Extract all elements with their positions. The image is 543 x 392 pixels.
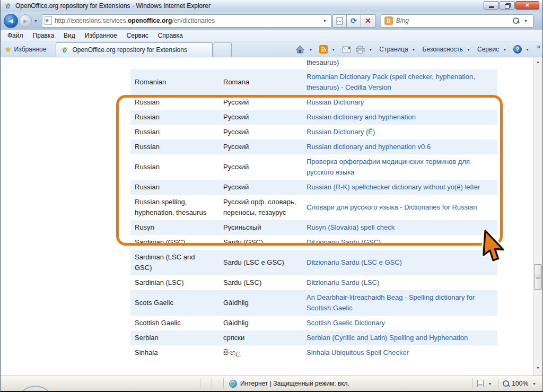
table-row: Sardinian (GSC) Sardu (GSC) Ditzionariu … (130, 235, 497, 250)
dictionary-link[interactable]: Ditzionariu Sardu (LSC e GSC) (306, 258, 402, 266)
toolbar-overflow-chevron[interactable]: » (537, 43, 540, 50)
scrollbar-thumb[interactable] (534, 264, 542, 290)
dictionary-link[interactable]: Russian dictionary and hyphenation v0.6 (306, 143, 431, 151)
language-native-cell: Sardu (GSC) (219, 235, 302, 250)
search-dropdown-icon[interactable]: ▼ (524, 19, 528, 23)
zoom-control[interactable]: 100% ▼ (498, 378, 542, 389)
dictionary-link[interactable]: Scottish Gaelic Dictionary (306, 319, 385, 327)
search-icon[interactable] (513, 18, 520, 24)
statusbar-right: ▼ 100% ▼ (472, 378, 542, 389)
table-row: Russian Русский Russian dictionary and h… (130, 140, 497, 154)
print-button[interactable]: ▼ (354, 45, 376, 55)
compatibility-icon (336, 17, 343, 25)
dictionaries-table: thesaurus) Romanian Romana Romanian Dict… (130, 57, 497, 360)
menu-edit[interactable]: Правка (28, 30, 59, 41)
favorites-label: Избранное (14, 46, 47, 53)
table-row: Scottish Gaelic Gàidhlig Scottish Gaelic… (130, 316, 497, 330)
help-button[interactable]: ? ▼ (512, 44, 533, 55)
dictionary-link[interactable]: Ditzionariu Sardu (LSC) (306, 278, 379, 286)
history-dropdown-icon[interactable]: ▼ (34, 19, 38, 23)
window-title: OpenOffice.org repository for Extensions… (15, 2, 211, 10)
refresh-button[interactable]: ⟳ (347, 14, 361, 28)
feeds-dropdown-icon[interactable]: ▼ (331, 48, 335, 51)
dictionary-link[interactable]: Russian dictionary and hyphenation (306, 113, 416, 121)
dictionary-link[interactable]: Rusyn (Slovakia) spell check (306, 223, 395, 231)
table-row: Russian Русский Russian (R-K) spellcheck… (130, 180, 497, 195)
feeds-button[interactable]: ▼ (318, 44, 339, 55)
forward-button[interactable]: ▶ (19, 14, 32, 27)
safety-menu-button[interactable]: Безопасность ▼ (421, 45, 474, 54)
statusbar-separator (212, 378, 224, 389)
printer-icon (356, 46, 365, 54)
dictionary-link[interactable]: Проверка орфографии медицинских терминов… (306, 158, 470, 176)
restore-button[interactable] (500, 1, 515, 10)
tab-bar: ★ Избранное e OpenOffice.org repository … (1, 42, 542, 57)
active-tab[interactable]: e OpenOffice.org repository for Extensio… (56, 42, 213, 57)
browser-window: e OpenOffice.org repository for Extensio… (0, 0, 543, 392)
address-bar[interactable]: e http://extensions.services.openoffice.… (42, 14, 331, 28)
menu-tools[interactable]: Сервис (122, 30, 153, 41)
language-english-cell: Russian (130, 110, 219, 125)
dictionary-link[interactable]: Russian Dictionary (306, 98, 364, 106)
close-button[interactable]: × (515, 1, 539, 10)
security-zone-text: Интернет | Защищенный режим: вкл. (240, 380, 349, 387)
language-english-cell: Scots Gaelic (130, 295, 219, 310)
menu-favorites[interactable]: Избранное (80, 30, 122, 41)
minimize-icon (489, 6, 494, 8)
restore-icon (505, 3, 510, 7)
table-row: Russian Русский Russian Dictionary (Ё) (130, 125, 497, 140)
language-english-cell: Romanian (130, 75, 219, 90)
dictionary-link[interactable]: Serbian (Cyrillic and Latin) Spelling an… (306, 334, 468, 342)
stop-button[interactable]: ✕ (361, 14, 375, 28)
print-dropdown-icon[interactable]: ▼ (369, 48, 372, 51)
favorites-button[interactable]: ★ Избранное (1, 43, 51, 57)
minimize-button[interactable] (484, 1, 499, 10)
home-button[interactable]: ▼ (294, 44, 316, 55)
statusbar-separator (200, 378, 212, 389)
search-box[interactable]: b Bing ▼ (381, 14, 533, 28)
table-row: Sinhala සිංහල Sinhala Ubiquitous Spell C… (130, 345, 497, 360)
mail-icon (342, 46, 351, 53)
scroll-down-button[interactable]: ▼ (533, 363, 542, 372)
menu-view[interactable]: Вид (59, 30, 80, 41)
dictionary-link[interactable]: Russian (R-K) spellchecker dictionary wi… (306, 183, 480, 191)
table-row: Serbian српски Serbian (Cyrillic and Lat… (130, 330, 497, 345)
dictionary-link[interactable]: Sinhala Ubiquitous Spell Checker (306, 349, 409, 356)
zoom-dropdown-icon: ▼ (532, 382, 536, 386)
address-dropdown-icon[interactable]: ▼ (323, 19, 327, 23)
scroll-up-button[interactable]: ▲ (533, 57, 542, 66)
page-menu-button[interactable]: Страница ▼ (378, 45, 419, 54)
url-text[interactable]: http://extensions.services.openoffice.or… (55, 17, 323, 24)
dictionary-link[interactable]: Russian Dictionary (Ё) (306, 128, 375, 136)
table-row: Rusyn Русиньскый Rusyn (Slovakia) spell … (130, 220, 497, 235)
language-english-cell: Russian (130, 180, 219, 195)
tools-dropdown-icon: ▼ (503, 48, 506, 51)
menu-help[interactable]: Справка (153, 30, 188, 41)
page-content: thesaurus) Romanian Romana Romanian Dict… (1, 57, 542, 376)
home-dropdown-icon[interactable]: ▼ (309, 48, 312, 51)
tools-menu-button[interactable]: Сервис ▼ (476, 45, 510, 54)
title-bar: e OpenOffice.org repository for Extensio… (1, 0, 542, 12)
vertical-scrollbar[interactable]: ▲ ▼ (533, 57, 542, 376)
compatibility-status-button[interactable]: ▼ (472, 378, 498, 389)
dictionary-link[interactable]: thesaurus) (306, 58, 339, 66)
dictionary-link[interactable]: An Dearbhair-litreachaidh Beag - Spellin… (306, 293, 475, 312)
compatibility-view-button[interactable] (332, 14, 347, 28)
back-button[interactable]: ◀ (4, 14, 18, 28)
status-bar: Интернет | Защищенный режим: вкл. ▼ 100%… (1, 376, 542, 391)
tools-menu-label: Сервис (477, 46, 499, 53)
search-engine-label: Bing (396, 17, 511, 24)
ie-logo-icon: e (4, 2, 12, 10)
safety-dropdown-icon: ▼ (467, 48, 470, 51)
dictionary-link[interactable]: Словари для русского языка - Dictionarie… (306, 203, 477, 211)
dictionary-link[interactable]: Ditzionariu Sardu (GSC) (306, 238, 381, 246)
language-english-cell: Rusyn (130, 220, 219, 235)
new-tab-stub[interactable] (214, 42, 232, 57)
read-mail-button[interactable] (340, 45, 353, 54)
menu-file[interactable]: Файл (3, 30, 28, 41)
table-row: Sardinian (LSC) Sardu (LSC) Ditzionariu … (130, 275, 497, 290)
stop-icon: ✕ (365, 16, 371, 25)
dictionary-link[interactable]: Romanian Dictionary Pack (spell checker,… (306, 73, 475, 91)
bing-logo-icon: b (384, 16, 393, 25)
language-native-cell: Русский (219, 125, 302, 140)
